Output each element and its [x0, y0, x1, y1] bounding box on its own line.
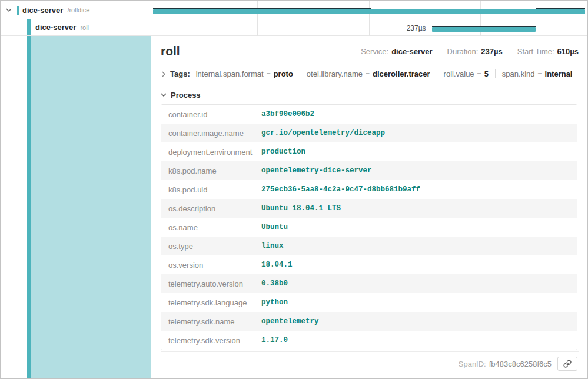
kv-key: os.version — [161, 261, 261, 270]
kv-key: telemetry.auto.version — [161, 280, 261, 288]
table-row: deployment.environment production — [161, 142, 577, 161]
table-row: os.name Ubuntu — [161, 218, 577, 237]
kv-key: k8s.pod.name — [161, 167, 261, 175]
chevron-down-icon — [161, 93, 167, 97]
stat-label: Service: — [361, 47, 388, 56]
table-row: telemetry.sdk.language python — [161, 293, 577, 312]
tag-key: roll.value — [444, 69, 474, 78]
kv-key: telemetry.sdk.language — [161, 298, 261, 307]
equals-sign: = — [538, 70, 542, 78]
stat-label: Duration: — [447, 47, 479, 56]
spanid-label: SpanID: — [459, 360, 486, 368]
span-color-stripe — [27, 36, 31, 378]
kv-value: 275ecb36-5aa8-4c2a-9c47-d8bb681b9aff — [261, 185, 426, 194]
table-row: telemetry.sdk.version 1.17.0 — [161, 331, 577, 350]
tag-value: internal — [545, 69, 573, 78]
span-stat: Duration: 237µs — [440, 47, 503, 56]
equals-sign: = — [267, 70, 271, 78]
tags-summary: internal.span.format = proto otel.librar… — [196, 69, 573, 78]
spanid-value: fb483c8c6258f6c5 — [489, 360, 552, 368]
tag-value: 5 — [484, 69, 489, 78]
stat-value: 610µs — [557, 47, 579, 56]
tag-item: internal.span.format = proto — [196, 69, 293, 78]
link-icon — [563, 360, 572, 368]
process-section-header[interactable]: Process — [161, 91, 579, 99]
tag-value: proto — [274, 69, 293, 78]
kv-key: os.name — [161, 223, 261, 232]
table-row: os.type linux — [161, 237, 577, 255]
span-detail-footer: SpanID: fb483c8c6258f6c5 — [161, 351, 579, 373]
chevron-right-icon — [162, 71, 166, 77]
child-span-bar[interactable] — [432, 27, 536, 32]
table-row: k8s.pod.name opentelemetry-dice-server — [161, 161, 577, 180]
kv-value: 0.38b0 — [261, 280, 294, 288]
copy-span-link-button[interactable] — [557, 357, 577, 371]
kv-key: container.image.name — [161, 129, 261, 138]
root-span-operation: /rolldice — [67, 6, 89, 14]
tags-section-header[interactable]: Tags: internal.span.format = proto otel.… — [161, 64, 579, 84]
kv-key: telemetry.sdk.version — [161, 336, 261, 345]
stat-value: 237µs — [481, 47, 502, 56]
selected-span-highlight — [31, 36, 151, 378]
span-detail-stats: Service: dice-server Duration: 237µs Sta… — [361, 47, 579, 56]
tag-item: roll.value = 5 — [437, 69, 489, 78]
span-color-stripe — [27, 19, 31, 35]
kv-value: gcr.io/opentelemetry/diceapp — [261, 129, 391, 137]
span-color-stripe — [17, 6, 19, 15]
kv-value: 1.17.0 — [261, 336, 294, 344]
table-row: container.id a3bf90e006b2 — [161, 105, 577, 124]
collapse-chevron-down-icon[interactable] — [6, 8, 12, 12]
span-stat: Start Time: 610µs — [510, 47, 579, 56]
table-row: os.version 18.04.1 — [161, 255, 577, 274]
root-span-service: dice-server — [22, 6, 63, 15]
table-row: k8s.pod.uid 275ecb36-5aa8-4c2a-9c47-d8bb… — [161, 180, 577, 199]
tag-item: otel.library.name = diceroller.tracer — [300, 69, 430, 78]
tag-value: diceroller.tracer — [373, 69, 430, 78]
selected-span-left-column — [1, 36, 151, 378]
kv-value: opentelemetry-dice-server — [261, 167, 378, 175]
tag-key: otel.library.name — [307, 69, 363, 78]
span-stat: Service: dice-server — [361, 47, 432, 56]
kv-value: a3bf90e006b2 — [261, 110, 320, 118]
kv-key: os.type — [161, 242, 261, 251]
equals-sign: = — [477, 70, 481, 78]
equals-sign: = — [366, 70, 370, 78]
kv-value: python — [261, 298, 294, 307]
span-detail-panel: roll Service: dice-server Duration: 237µ… — [151, 36, 587, 378]
tag-key: span.kind — [502, 69, 535, 78]
kv-value: Ubuntu — [261, 223, 294, 231]
kv-key: deployment.environment — [161, 148, 261, 157]
process-label: Process — [171, 91, 201, 99]
tag-item: span.kind = internal — [495, 69, 573, 78]
kv-key: k8s.pod.uid — [161, 185, 261, 194]
span-detail-title: roll — [161, 44, 180, 58]
kv-value: linux — [261, 242, 290, 250]
kv-value: opentelemetry — [261, 317, 325, 325]
tag-key: internal.span.format — [196, 69, 264, 78]
kv-value: production — [261, 148, 311, 156]
kv-value: Ubuntu 18.04.1 LTS — [261, 204, 347, 212]
table-row: os.description Ubuntu 18.04.1 LTS — [161, 199, 577, 218]
child-span-service: dice-server — [35, 23, 76, 32]
kv-value: 18.04.1 — [261, 261, 298, 269]
kv-key: telemetry.sdk.name — [161, 317, 261, 326]
span-row-root-name-cell[interactable]: dice-server /rolldice — [1, 1, 151, 19]
table-row: container.image.name gcr.io/opentelemetr… — [161, 124, 577, 142]
root-span-bar[interactable] — [153, 9, 585, 14]
trace-view: dice-server /rolldice dice-server roll 2… — [0, 0, 588, 379]
stat-label: Start Time: — [517, 47, 554, 56]
kv-key: os.description — [161, 204, 261, 213]
stat-value: dice-server — [391, 47, 432, 56]
kv-key: container.id — [161, 110, 261, 119]
process-key-value-table: container.id a3bf90e006b2 container.imag… — [161, 104, 577, 350]
tags-label: Tags: — [170, 69, 190, 78]
table-row: telemetry.auto.version 0.38b0 — [161, 274, 577, 293]
span-row-child-name-cell[interactable]: dice-server roll — [1, 19, 151, 35]
child-span-operation: roll — [80, 24, 89, 31]
table-row: telemetry.sdk.name opentelemetry — [161, 312, 577, 331]
